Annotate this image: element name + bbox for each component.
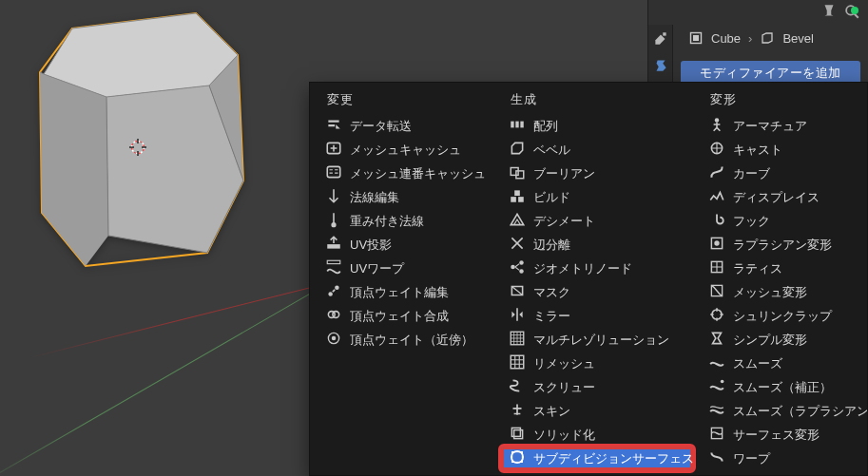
- menu-item-laplacian[interactable]: ラプラシアン変形: [701, 233, 853, 257]
- svg-rect-16: [327, 166, 340, 177]
- svg-line-11: [855, 14, 858, 18]
- vwprox-icon: [325, 330, 342, 350]
- menu-item-meshcache[interactable]: メッシュキャッシュ: [318, 138, 493, 162]
- menu-item-smoothlap[interactable]: スムーズ（ラプラシアン）: [701, 399, 853, 423]
- menu-item-uvproj[interactable]: UV投影: [318, 233, 493, 257]
- svg-rect-40: [514, 430, 523, 439]
- menu-item-label: 頂点ウェイト（近傍）: [350, 332, 473, 349]
- cursor-3d-icon: [127, 137, 148, 158]
- svg-rect-33: [514, 190, 520, 196]
- menu-item-curve[interactable]: カーブ: [701, 162, 853, 185]
- menu-item-remesh[interactable]: リメッシュ: [501, 352, 693, 375]
- menu-item-multires[interactable]: マルチレゾリューション: [501, 328, 693, 352]
- menu-column-1: 生成配列ベベルブーリアンビルドデシメート辺分離ジオメトリノードマスクミラーマルチ…: [497, 88, 697, 467]
- menu-item-hook[interactable]: フック: [701, 209, 853, 233]
- menu-item-label: 法線編集: [350, 189, 399, 206]
- menu-item-label: ソリッド化: [533, 427, 595, 444]
- menu-item-label: スムーズ（補正）: [733, 379, 832, 396]
- menu-item-cast[interactable]: キャスト: [701, 138, 853, 162]
- menu-item-solidify[interactable]: ソリッド化: [501, 423, 693, 447]
- modifier-breadcrumb: Cube › Bevel: [681, 27, 860, 51]
- svg-point-50: [721, 380, 724, 384]
- simpledeform-icon: [708, 330, 725, 350]
- screw-icon: [509, 377, 526, 397]
- menu-item-armature[interactable]: アーマチュア: [701, 114, 853, 138]
- menu-item-screw[interactable]: スクリュー: [501, 375, 693, 399]
- svg-point-17: [331, 222, 336, 227]
- menu-item-build[interactable]: ビルド: [501, 185, 693, 209]
- menu-item-label: カーブ: [733, 165, 770, 182]
- menu-item-array[interactable]: 配列: [501, 114, 693, 138]
- menu-item-skin[interactable]: スキン: [501, 399, 693, 423]
- menu-item-mask[interactable]: マスク: [501, 280, 693, 304]
- menu-item-label: 重み付き法線: [350, 213, 424, 230]
- svg-rect-26: [511, 122, 513, 128]
- menu-item-normal[interactable]: 法線編集: [318, 185, 493, 209]
- menu-item-weightnormal[interactable]: 重み付き法線: [318, 209, 493, 233]
- menu-item-shrinkwrap[interactable]: シュリンクラップ: [701, 304, 853, 328]
- svg-rect-27: [515, 122, 518, 128]
- remesh-icon: [509, 353, 526, 373]
- lattice-icon: [708, 258, 725, 278]
- breadcrumb-object-name[interactable]: Cube: [711, 31, 741, 46]
- menu-item-label: サーフェス変形: [733, 427, 820, 444]
- svg-point-46: [714, 240, 719, 245]
- tool-tab-icon[interactable]: [652, 30, 669, 48]
- menu-item-vwedit[interactable]: 頂点ウェイト編集: [318, 280, 493, 304]
- menu-item-smoothcorr[interactable]: スムーズ（補正）: [701, 375, 853, 399]
- menu-item-lattice[interactable]: ラティス: [701, 257, 853, 280]
- svg-rect-19: [327, 260, 340, 263]
- menu-item-surfacedeform[interactable]: サーフェス変形: [701, 423, 853, 447]
- online-indicator: [851, 7, 858, 14]
- hook-icon: [708, 211, 725, 231]
- menu-item-label: リメッシュ: [533, 355, 595, 372]
- subsurf-icon: [509, 448, 526, 468]
- svg-point-34: [511, 265, 515, 270]
- svg-rect-31: [511, 197, 516, 202]
- menu-column-header: 生成: [501, 88, 693, 114]
- decimate-icon: [509, 211, 526, 231]
- mesh-cube-icon: [688, 30, 704, 46]
- pin-icon[interactable]: [820, 3, 838, 20]
- breadcrumb-modifier-name[interactable]: Bevel: [782, 31, 814, 46]
- menu-item-label: マスク: [533, 284, 570, 301]
- menu-item-label: シュリンクラップ: [733, 308, 832, 325]
- edgesplit-icon: [509, 235, 526, 255]
- modifiers-tab-icon[interactable]: [652, 57, 669, 74]
- menu-column-header: 変形: [701, 88, 853, 114]
- menu-item-decimate[interactable]: デシメート: [501, 209, 693, 233]
- menu-item-mirror[interactable]: ミラー: [501, 304, 693, 328]
- geonodes-icon: [509, 258, 526, 278]
- menu-item-vwmix[interactable]: 頂点ウェイト合成: [318, 304, 493, 328]
- meshcache-icon: [325, 140, 342, 160]
- menu-item-displace[interactable]: ディスプレイス: [701, 185, 853, 209]
- menu-item-label: データ転送: [350, 118, 412, 135]
- menu-item-label: ラプラシアン変形: [733, 237, 832, 254]
- menu-item-smooth[interactable]: スムーズ: [701, 352, 853, 375]
- svg-rect-12: [663, 32, 665, 35]
- menu-item-boolean[interactable]: ブーリアン: [501, 162, 693, 185]
- menu-item-label: ワープ: [733, 450, 770, 467]
- menu-item-geonodes[interactable]: ジオメトリノード: [501, 257, 693, 280]
- menu-item-simpledeform[interactable]: シンプル変形: [701, 328, 853, 352]
- menu-item-meshdeform[interactable]: メッシュ変形: [701, 280, 853, 304]
- menu-item-bevel[interactable]: ベベル: [501, 138, 693, 162]
- svg-point-23: [333, 312, 339, 318]
- mask-icon: [509, 282, 526, 302]
- menu-item-data[interactable]: データ転送: [318, 114, 493, 138]
- menu-item-label: ベベル: [533, 142, 570, 159]
- menu-item-meshseq[interactable]: メッシュ連番キャッシュ: [318, 162, 493, 185]
- meshdeform-icon: [708, 282, 725, 302]
- svg-point-36: [519, 269, 524, 274]
- svg-rect-32: [518, 197, 524, 202]
- displace-icon: [708, 187, 725, 207]
- menu-item-vwprox[interactable]: 頂点ウェイト（近傍）: [318, 328, 493, 352]
- menu-item-label: メッシュ連番キャッシュ: [350, 165, 486, 182]
- menu-item-subsurf[interactable]: サブディビジョンサーフェス: [501, 447, 693, 470]
- menu-item-uvwarp[interactable]: UVワープ: [318, 257, 493, 280]
- chevron-right-icon: ›: [748, 31, 752, 46]
- menu-item-label: ラティス: [733, 260, 782, 277]
- menu-item-label: 辺分離: [533, 237, 570, 254]
- menu-item-warp[interactable]: ワープ: [701, 447, 853, 470]
- menu-item-edgesplit[interactable]: 辺分離: [501, 233, 693, 257]
